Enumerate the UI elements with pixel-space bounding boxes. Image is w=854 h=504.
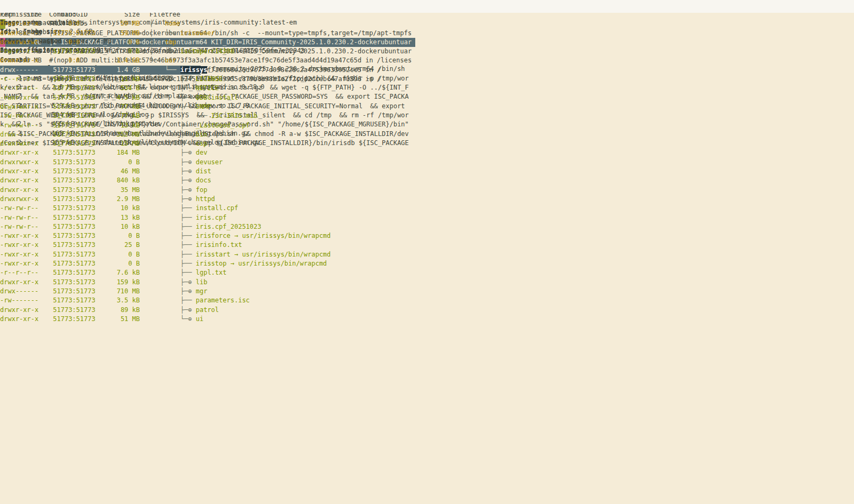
file-size: 10 kB [108, 222, 140, 231]
file-uid-gid: 51773:51773 [41, 287, 108, 296]
file-tree-cell: └─⊕ ui [140, 315, 433, 324]
file-size: 352 MB [108, 130, 140, 139]
file-row[interactable]: -rwxr-xr-x51773:517734.5 kB ├── ODBCinst… [0, 93, 433, 102]
file-uid-gid: 51773:51773 [41, 75, 108, 84]
file-row[interactable]: -rw-rw-r--51773:5177310 kB ├── install.c… [0, 204, 433, 213]
file-tree-cell: ├─⊕ patrol [140, 306, 433, 315]
file-size: 4.5 kB [108, 93, 140, 102]
file-row[interactable]: -rw-------51773:517733.5 kB ├── paramete… [0, 296, 433, 305]
file-row[interactable]: drwxrwxrwt0:00 B├── tmp [0, 38, 433, 47]
file-row[interactable]: -rwxr-xr-x51773:5177325 B ├── irisinfo.t… [0, 241, 433, 250]
file-tree-cell: ├── parameters.isc [140, 296, 433, 305]
file-size: 46 MB [108, 167, 140, 176]
file-permission: drwxr-x--- [0, 29, 41, 38]
file-row[interactable]: drwxr-xr-x51773:5177335 MB ├─⊕ fop [0, 186, 433, 195]
file-name: ui [196, 315, 203, 323]
file-uid-gid: 51773:51773 [41, 102, 108, 111]
file-row[interactable]: drwxr-xr-x0:059 MB├── home [0, 19, 433, 28]
file-uid-gid: 51773:51773 [41, 84, 108, 93]
file-tree-cell: ├── iris.cpf [140, 213, 433, 222]
file-name: ODBCinstall [196, 94, 238, 101]
file-name: lgpl.txt [196, 269, 227, 276]
file-size: 15 MB [108, 139, 140, 148]
tree-branch-icon: ├─⊕ [149, 287, 196, 295]
file-permission: -rwxr-xr-x [0, 241, 41, 250]
file-uid-gid: 51773:51773 [41, 111, 108, 121]
file-row[interactable]: drwxrwxr-x51773:5177315 MB ├─⊕ csp [0, 139, 433, 148]
file-row[interactable]: -r--r--r--51773:51773534 B ├── NOTICE [0, 84, 433, 93]
file-tree-cell: ├── NOTICE [140, 84, 433, 93]
file-tree-cell: ├── SNMP [140, 102, 433, 111]
tree-branch-icon: ├── [149, 122, 196, 129]
file-size: 0 B [108, 38, 140, 47]
file-row[interactable]: drwx------51773:517731.4 GB └── irissys [0, 66, 433, 75]
file-size: 59 MB [108, 19, 140, 28]
file-permission: -rw-r--r-- [0, 47, 41, 56]
file-permission: -r--r--r-- [0, 84, 41, 93]
file-row[interactable]: drwxr-xr-x51773:5177346 MB ├─⊕ dist [0, 167, 433, 176]
bottom-strip [0, 0, 854, 13]
file-row[interactable]: -r--r--r--51773:5177311 kB ├── LICENSE [0, 75, 433, 84]
tree-branch-icon: ├── [149, 232, 196, 239]
file-permission: -rwxr-xr-x [0, 231, 41, 241]
file-row[interactable]: drwxrwxr-x51773:517730 B ├─⊕ devuser [0, 158, 433, 167]
file-row[interactable]: -rwxr-xr-x51773:517730 B ├── irisstop → … [0, 259, 433, 268]
file-permission: -rw-rw-r-- [0, 111, 41, 121]
file-row[interactable]: -rw-rw-r--51773:5177310 kB ├── iris.cpf_… [0, 222, 433, 231]
file-tree-cell: │ └─⊕ irisowner [140, 29, 433, 38]
file-row[interactable]: drwxr-x---51773:5177359 MB│ └─⊕ irisowne… [0, 29, 433, 38]
file-tree-cell: │ └── ISC-IRIS.mib [140, 111, 433, 121]
file-size: 10 kB [108, 204, 140, 213]
file-uid-gid: 51773:51773 [41, 176, 108, 185]
file-name: irisinfo.txt [196, 241, 242, 249]
file-uid-gid: 51773:51773 [41, 121, 108, 130]
file-uid-gid: 51773:51773 [41, 148, 108, 157]
file-name: SNMP [196, 103, 211, 110]
file-tree-cell: ├─⊕ bin [140, 130, 433, 139]
file-row[interactable]: -rw-rw-r--51773:5177377 kB │ └── ISC-IRI… [0, 111, 433, 121]
file-size: 77 kB [108, 111, 140, 121]
file-permission: -rw-rw-r-- [0, 121, 41, 130]
file-row[interactable]: drwxrwxr-x51773:517732.9 MB ├─⊕ httpd [0, 195, 433, 204]
file-row[interactable]: drwxrwxr-x51773:5177377 kB ├── SNMP [0, 102, 433, 111]
tree-branch-icon: ├─⊕ [149, 158, 196, 166]
file-tree-cell: └── usr [140, 56, 433, 65]
tree-branch-icon: ├── [149, 94, 196, 101]
tree-branch-icon: ├─⊕ [149, 186, 196, 194]
file-row[interactable]: drwx------51773:51773710 MB ├─⊕ mgr [0, 287, 433, 296]
file-name: fop [196, 186, 208, 194]
file-name: LICENSE [196, 75, 223, 83]
file-tree-cell: └── irissys [140, 66, 433, 75]
file-row[interactable]: drwxr-xr-x51773:5177389 kB ├─⊕ patrol [0, 306, 433, 315]
file-permission: drwxrwxr-x [0, 195, 41, 204]
file-row[interactable]: -r--r--r--51773:517737.6 kB ├── lgpl.txt [0, 268, 433, 277]
tree-branch-icon: ├─⊕ [149, 140, 196, 147]
file-permission: drwxr-xr-x [0, 306, 41, 315]
file-size: 13 kB [108, 121, 140, 130]
file-permission: -rw------- [0, 296, 41, 305]
file-row[interactable]: -rw-rw-r--51773:5177313 kB ├── iris.cpf [0, 213, 433, 222]
file-name: ISC-IRIS.mib [211, 112, 258, 119]
file-size: 840 kB [108, 176, 140, 185]
file-uid-gid: 51773:51773 [41, 306, 108, 315]
file-row[interactable]: -rw-r--r--51773:517730 B│ └── isctmperr1… [0, 47, 433, 56]
file-name: install.cpf [196, 204, 238, 212]
file-row[interactable]: drwxr-xr-x51773:51773184 MB ├─⊕ dev [0, 148, 433, 157]
file-tree-cell: ├── irisstart → usr/irissys/bin/wrapcmd [140, 250, 433, 259]
file-row[interactable]: drwxr-xr-x51773:51773159 kB ├─⊕ lib [0, 278, 433, 287]
tree-branch-icon: ├── [149, 260, 196, 267]
file-row[interactable]: drwxr-xr-x51773:51773840 kB ├─⊕ docs [0, 176, 433, 185]
file-row[interactable]: -rw-rw-r--51773:5177313 kB ├── _LastGood… [0, 121, 433, 130]
file-row[interactable]: drwx------51773:51773352 MB ├─⊕ bin [0, 130, 433, 139]
file-permission: drwxrwxr-x [0, 139, 41, 148]
file-permission: drwxr-xr-x [0, 19, 41, 28]
file-name: parameters.isc [196, 297, 250, 304]
file-row[interactable]: -rwxr-xr-x51773:517730 B ├── irisforce →… [0, 231, 433, 241]
file-size: 51 MB [108, 315, 140, 324]
file-row[interactable]: -rwxr-xr-x51773:517730 B ├── irisstart →… [0, 250, 433, 259]
file-tree-cell: ├── irisinfo.txt [140, 241, 433, 250]
file-uid-gid: 51773:51773 [41, 158, 108, 167]
file-name: dev [196, 149, 208, 156]
file-row[interactable]: drwxr-xr-x51773:5177351 MB └─⊕ ui [0, 315, 433, 324]
file-row[interactable]: drwxr-xr-x0:01.4 GB└── usr [0, 56, 433, 65]
